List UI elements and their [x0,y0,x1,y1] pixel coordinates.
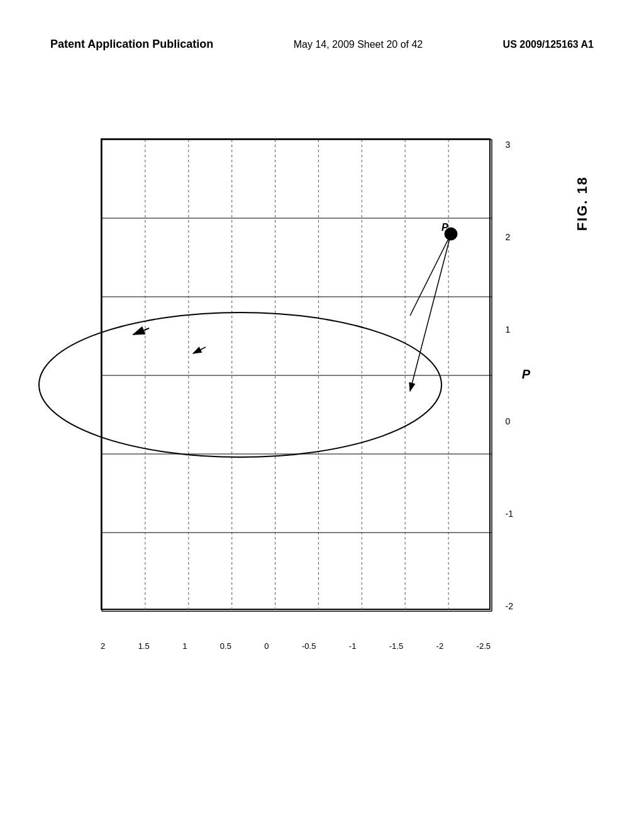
svg-text:P: P [441,222,448,233]
svg-line-19 [410,234,451,316]
chart-plot: P [101,138,491,610]
y-tick-labels: 3 2 1 0 -1 -2 [506,140,513,611]
y-tick-3: 3 [506,140,513,150]
y-tick-0: 0 [506,416,513,426]
y-tick-neg2: -2 [506,601,513,611]
x-tick-1-5: 1.5 [138,641,150,651]
x-tick-neg1: -1 [349,641,357,651]
x-tick-labels: 2 1.5 1 0.5 0 -0.5 -1 -1.5 -2 -2.5 [101,641,491,651]
x-tick-2: 2 [101,641,105,651]
sheet-info: May 14, 2009 Sheet 20 of 42 [294,39,423,50]
x-tick-neg1-5: -1.5 [389,641,403,651]
x-tick-neg2-5: -2.5 [477,641,491,651]
x-tick-0-5: 0.5 [220,641,231,651]
header: Patent Application Publication May 14, 2… [0,38,644,51]
x-tick-1: 1 [182,641,187,651]
chart-svg: P [102,140,492,611]
y-tick-1: 1 [506,324,513,335]
x-tick-neg0-5: -0.5 [302,641,316,651]
patent-number: US 2009/125163 A1 [503,39,594,50]
x-tick-neg2: -2 [436,641,444,651]
right-axis-p-label: P [522,367,530,382]
x-tick-0: 0 [264,641,269,651]
y-tick-neg1: -1 [506,509,513,519]
publication-label: Patent Application Publication [50,38,213,51]
y-tick-2: 2 [506,232,513,242]
figure-label: FIG. 18 [574,176,591,231]
svg-line-18 [410,234,451,391]
chart-container: ELLIPSE CAPTURE ALGORITHM [63,126,516,641]
page: Patent Application Publication May 14, 2… [0,0,644,830]
